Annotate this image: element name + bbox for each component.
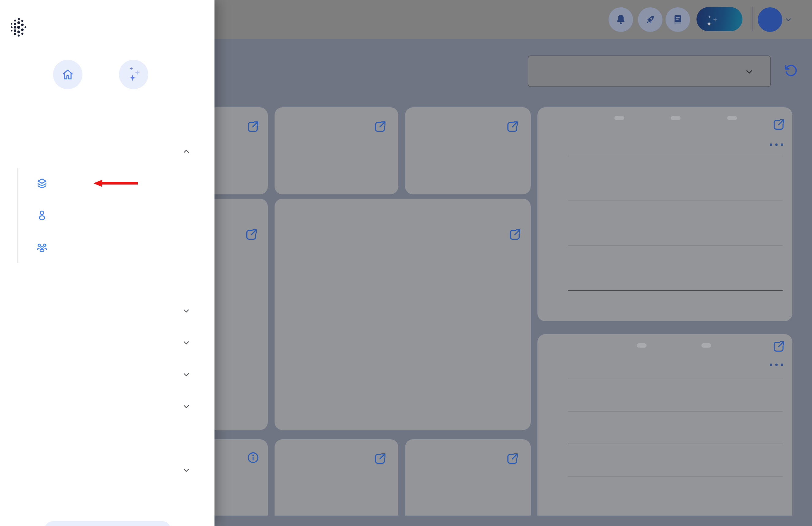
bar-value-chip <box>727 116 737 120</box>
refresh-button[interactable] <box>783 63 799 79</box>
gridline <box>568 443 783 444</box>
kpi-card-pending-tasks <box>405 107 531 194</box>
fracttal-logo-icon <box>9 17 27 38</box>
person-icon <box>35 209 49 222</box>
compliance-card <box>275 199 531 430</box>
sidebar-item-cloud-disk[interactable] <box>0 428 215 449</box>
refresh-icon <box>783 63 799 79</box>
open-external-icon[interactable] <box>246 120 260 134</box>
chevron-down-icon <box>182 402 191 411</box>
chevron-up-icon <box>182 147 191 156</box>
sparkle-icon <box>712 17 718 23</box>
chevron-down-icon <box>182 370 191 379</box>
fracttal-ai-button[interactable] <box>696 7 742 31</box>
user-avatar[interactable] <box>758 8 782 32</box>
bar-value-chip <box>614 116 624 120</box>
sidebar-item-dispatcher[interactable] <box>0 364 215 385</box>
topbar-divider <box>752 7 753 31</box>
group-icon <box>35 240 49 254</box>
open-external-icon[interactable] <box>505 120 519 134</box>
sparkle-icon <box>129 74 137 82</box>
bar-value-chip <box>671 116 681 120</box>
sidebar-item-monitoring[interactable] <box>0 332 215 353</box>
gridline <box>568 200 783 201</box>
sidebar-item-business-intelligence[interactable] <box>0 396 215 417</box>
sparkle-icon <box>129 67 133 71</box>
notifications-button[interactable] <box>609 8 633 32</box>
rocket-icon <box>644 13 657 26</box>
shortcut-fracttal-ai[interactable] <box>103 60 164 97</box>
open-external-icon[interactable] <box>373 452 387 466</box>
annotation-arrow <box>93 179 139 188</box>
open-external-icon[interactable] <box>505 452 519 466</box>
x-axis-line <box>568 290 783 291</box>
sparkle-icon <box>706 20 712 27</box>
bell-icon <box>614 13 627 26</box>
sidebar-bottom-button[interactable] <box>44 521 171 526</box>
notebook-icon <box>671 13 684 26</box>
chart-legend <box>275 408 531 418</box>
legend-dot <box>396 408 407 418</box>
kpi-card-40 <box>275 439 398 515</box>
sidebar-item-requests[interactable] <box>0 459 215 481</box>
chevron-down-icon <box>182 466 191 475</box>
open-external-icon[interactable] <box>771 340 786 354</box>
select-chevron-down-icon <box>744 67 754 76</box>
work-requests-chart-card <box>537 334 793 515</box>
info-icon[interactable] <box>246 451 260 464</box>
kpi-card-closed-wos <box>275 107 398 194</box>
open-external-icon[interactable] <box>373 120 387 134</box>
open-external-icon[interactable] <box>508 228 522 242</box>
home-icon <box>61 68 75 82</box>
gridline <box>568 379 783 379</box>
sidebar-item-inhouse-personnel[interactable] <box>0 204 215 226</box>
gridline <box>568 411 783 412</box>
shortcut-start[interactable] <box>37 60 98 97</box>
chart-menu-ellipsis[interactable] <box>770 143 783 146</box>
work-orders-chart-card <box>537 107 793 321</box>
navigation-drawer <box>0 0 215 526</box>
sidebar-item-catalogs[interactable] <box>0 141 215 162</box>
is-part-of-select[interactable] <box>528 56 771 87</box>
chevron-down-icon <box>182 306 191 315</box>
documentation-button[interactable] <box>666 8 690 32</box>
gridline <box>568 245 783 246</box>
open-external-icon[interactable] <box>244 228 258 242</box>
sidebar-item-third-parties[interactable] <box>0 236 215 258</box>
gridline <box>568 156 783 156</box>
gridline <box>568 476 783 477</box>
bar-value-chip <box>637 343 647 347</box>
chevron-down-icon <box>182 338 191 347</box>
kpi-card-17 <box>405 439 531 515</box>
bar-value-chip <box>701 343 711 347</box>
account-chevron-down-icon[interactable] <box>783 15 794 24</box>
donut-chart <box>338 266 465 393</box>
open-external-icon[interactable] <box>771 118 786 132</box>
sparkle-icon <box>708 15 711 19</box>
sidebar-item-warehouses[interactable] <box>0 268 215 290</box>
chart-menu-ellipsis[interactable] <box>770 364 783 366</box>
whats-new-button[interactable] <box>638 8 663 32</box>
sidebar-item-work-management[interactable] <box>0 300 215 322</box>
app-screen <box>0 0 812 526</box>
layers-icon <box>35 176 49 190</box>
